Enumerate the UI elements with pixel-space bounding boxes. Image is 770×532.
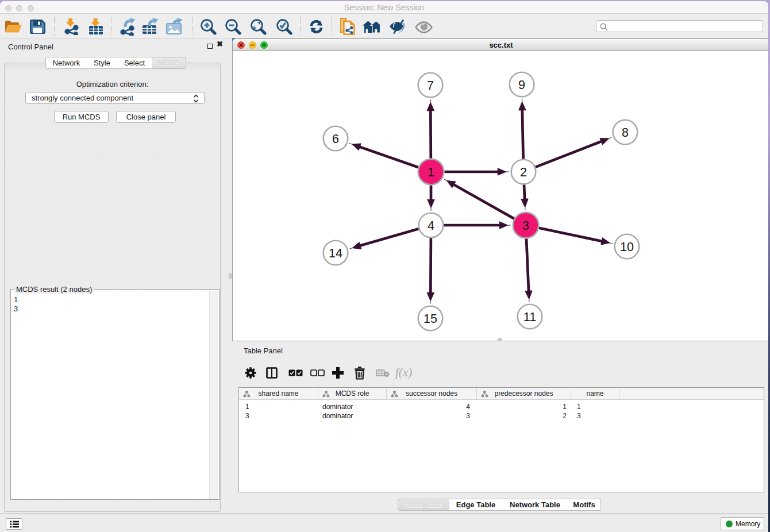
svg-text:15: 15 — [424, 312, 437, 326]
svg-text:2: 2 — [520, 165, 527, 179]
svg-text:14: 14 — [329, 246, 342, 260]
svg-text:4: 4 — [428, 219, 434, 233]
svg-text:7: 7 — [427, 79, 434, 92]
svg-text:10: 10 — [620, 240, 634, 254]
svg-text:1: 1 — [428, 165, 434, 179]
svg-text:9: 9 — [518, 78, 525, 92]
svg-text:8: 8 — [622, 126, 629, 140]
svg-text:11: 11 — [523, 310, 536, 324]
svg-text:6: 6 — [332, 132, 339, 146]
svg-text:3: 3 — [522, 219, 529, 233]
